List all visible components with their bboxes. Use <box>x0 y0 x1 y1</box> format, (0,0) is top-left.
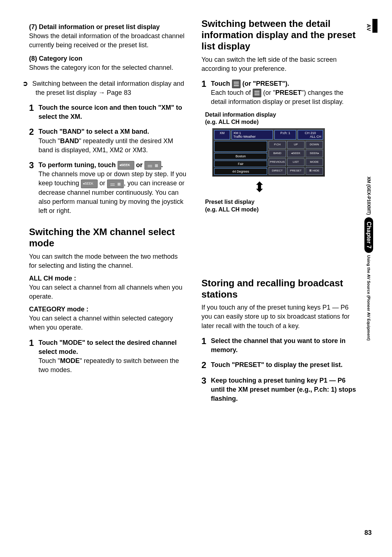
seek-forward-icon <box>107 179 124 188</box>
xref-page: Page 83 <box>105 89 131 96</box>
step-number: 1 <box>29 103 38 121</box>
side-using-label: Using the AV Source (Pioneer AV Equipmen… <box>367 255 371 340</box>
seek-back-icon <box>81 179 98 188</box>
ss-button: PRESET <box>287 167 305 175</box>
seek-forward-icon <box>144 161 161 170</box>
section-switching-mode-title: Switching the XM channel select mode <box>29 226 187 249</box>
caption2-line2: (e.g. ALL CH mode) <box>205 206 259 213</box>
side-av-label: AV <box>366 24 372 31</box>
ss-button: MODE <box>306 158 323 166</box>
display-step1-body-a: Each touch of <box>211 89 253 96</box>
step-2: 2 Touch "BAND" to select a XM band. Touc… <box>29 127 187 155</box>
mode-step1-body-a: Touch " <box>38 357 60 364</box>
caption1-line1: Detail information display <box>205 112 276 118</box>
section-switching-mode-intro: You can switch the mode between the two … <box>29 252 187 270</box>
step-number: 3 <box>29 161 38 215</box>
allch-heading: ALL CH mode : <box>29 275 187 282</box>
detail-display-screenshot: XM XM 1 Traffic-Weather P.ch: 1 CH 210 A… <box>212 128 325 177</box>
section-storing-title: Storing and recalling broadcast stations <box>201 278 359 300</box>
caption-preset-display: Preset list display (e.g. ALL CH mode) <box>205 198 359 214</box>
step2-lead: Touch "BAND" to select a XM band. <box>38 128 149 135</box>
side-rail: AV XM (GEX-P10XMT) Chapter 7 Using the A… <box>364 20 373 503</box>
xref-arrow-icon: → <box>98 89 105 96</box>
step-number: 2 <box>201 360 211 370</box>
caption1-line2: (e.g. ALL CH mode) <box>205 119 259 125</box>
step-number: 2 <box>29 127 38 155</box>
store-step-3: 3 Keep touching a preset tuning key P1 —… <box>201 376 359 404</box>
step3-lead: To perform tuning, touch or . <box>38 161 163 169</box>
caption2-line1: Preset list display <box>205 199 254 205</box>
item8-heading: (8) Category icon <box>29 55 187 62</box>
display-step-1: 1 Touch (or "PRESET"). Each touch of (or… <box>201 79 359 107</box>
section-switching-display-intro: You can switch the left side of the basi… <box>201 55 359 73</box>
step3-lead-c: . <box>161 161 163 169</box>
ss-allch-label: ALL CH <box>310 135 321 138</box>
step-number: 1 <box>201 79 211 107</box>
category-heading: CATEGORY mode : <box>29 306 187 313</box>
caption-detail-display: Detail information display (e.g. ALL CH … <box>205 111 359 126</box>
list-icon <box>232 80 241 88</box>
ss-map-area <box>214 141 267 152</box>
step1-lead: Touch the source icon and then touch "XM… <box>38 104 182 120</box>
step3-body-b: or <box>98 179 107 187</box>
ss-ch-label: CH 210 <box>305 131 316 135</box>
page-number: 83 <box>364 529 372 537</box>
mode-step1-lead: Touch "MODE" to select the desired chann… <box>38 339 177 355</box>
item7-heading: (7) Detail information or preset list di… <box>29 23 187 31</box>
ss-info-boston: Boston <box>214 153 267 160</box>
preset-display-screenshot <box>212 216 359 267</box>
ss-button: DIRECT <box>269 167 286 175</box>
ss-button-grid: P.CHUPDOWNBAND◂SEEKSEEK▸PREVIOUSLISTMODE… <box>269 141 323 175</box>
ss-ch: CH 210 ALL CH <box>298 130 323 140</box>
ss-button: PREVIOUS <box>269 158 286 166</box>
ss-button: ⊠ HIDE <box>306 167 323 175</box>
mode-step1-mode: MODE <box>60 357 79 364</box>
ss-button: P.CH <box>269 141 286 149</box>
ss-button: ◂SEEK <box>287 150 305 157</box>
ss-xm-icon: XM <box>214 130 230 140</box>
right-column: Switching between the detail information… <box>201 18 359 405</box>
ss-pch: P.ch: 1 <box>274 130 296 140</box>
store-step-2: 2 Touch "PRESET" to display the preset l… <box>201 360 359 370</box>
ss-button: BAND <box>269 150 286 157</box>
left-column: (7) Detail information or preset list di… <box>29 18 187 405</box>
step-number: 3 <box>201 376 211 404</box>
seek-back-icon <box>118 161 134 170</box>
section-switching-display-title: Switching between the detail information… <box>201 18 359 52</box>
section-storing-intro: If you touch any of the preset tuning ke… <box>201 303 359 331</box>
side-chapter-pill: Chapter 7 <box>364 217 373 253</box>
ss-info-degrees: 44 Degrees <box>214 168 267 175</box>
display-step1-lead: Touch (or "PRESET"). <box>211 80 289 87</box>
store-step2-lead: Touch "PRESET" to display the preset lis… <box>211 361 343 368</box>
store-step1-lead: Select the channel that you want to stor… <box>211 337 346 354</box>
header-black-tab <box>372 19 377 33</box>
ss-button: SEEK▸ <box>306 150 323 157</box>
step-number: 1 <box>201 336 211 355</box>
store-step3-lead: Keep touching a preset tuning key P1 — P… <box>211 377 356 402</box>
step2-band: BAND <box>60 137 79 145</box>
store-step-1: 1 Select the channel that you want to st… <box>201 336 359 355</box>
step3-lead-a: To perform tuning, touch <box>38 161 118 169</box>
mode-step-1: 1 Touch "MODE" to select the desired cha… <box>29 338 187 375</box>
cross-reference: ➲ Switching between the detail informati… <box>36 79 187 97</box>
ss-xm1-label: XM 1 <box>233 131 241 135</box>
step2-body-a: Touch " <box>38 137 60 145</box>
allch-body: You can select a channel from all channe… <box>29 283 187 301</box>
step-1: 1 Touch the source icon and then touch "… <box>29 103 187 121</box>
display-step1-body-b: (or " <box>261 89 275 96</box>
ss-button: UP <box>287 141 305 149</box>
item7-body: Shows the detail information of the broa… <box>29 32 187 50</box>
category-body: You can select a channel within selected… <box>29 314 187 332</box>
step-number: 1 <box>29 338 38 375</box>
ss-traffic-label: Traffic-Weather <box>233 135 256 138</box>
ss-button: LIST <box>287 158 305 166</box>
display-step1-lead-b: (or "PRESET"). <box>241 80 289 87</box>
step-3: 3 To perform tuning, touch or . The chan… <box>29 161 187 215</box>
list-icon <box>253 89 261 97</box>
updown-arrow-icon: ⬍ <box>252 180 267 194</box>
ss-xm1: XM 1 Traffic-Weather <box>232 130 273 140</box>
step3-lead-b: or <box>134 161 144 169</box>
item8-body: Shows the category icon for the selected… <box>29 63 187 72</box>
side-xm-label: XM (GEX-P10XMT) <box>366 177 371 215</box>
display-step1-preset: PRESET <box>275 89 301 96</box>
